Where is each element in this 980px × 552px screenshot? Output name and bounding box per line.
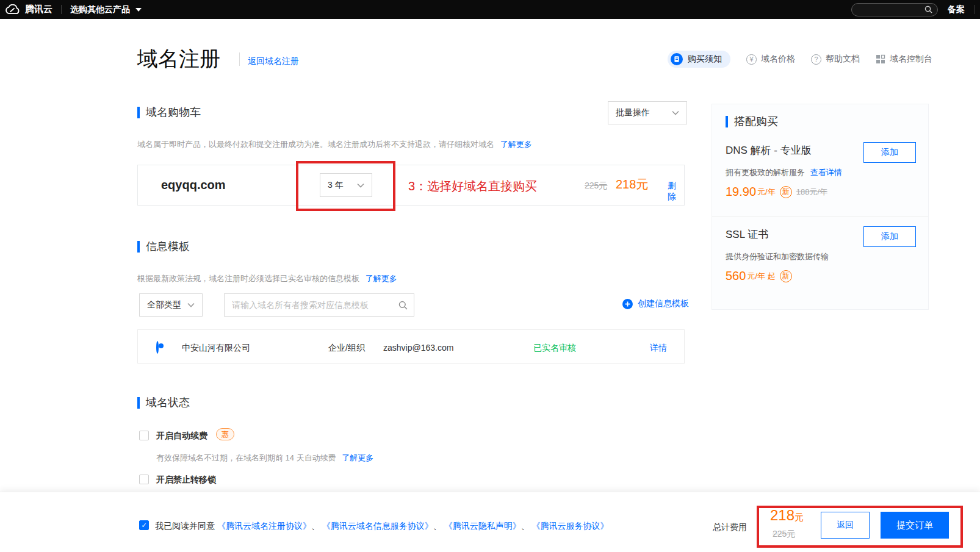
beian-link[interactable]: 备案 [948,4,965,15]
template-type-select[interactable]: 全部类型 [139,293,203,317]
tencent-cloud-logo[interactable]: 腾讯云 [5,4,52,15]
cloud-logo-icon [5,4,21,15]
other-products-menu[interactable]: 选购其他云产品 [70,4,142,15]
navbar-search-input[interactable] [851,3,938,16]
agree-checkbox[interactable]: ✓ [139,520,149,530]
template-type-value: 全部类型 [147,299,181,310]
new-badge: 新 [780,186,792,198]
template-detail-link[interactable]: 详情 [650,343,667,354]
cart-section-title: 域名购物车 [137,105,201,120]
create-template-label: 创建信息模板 [638,298,689,309]
divider [712,217,928,217]
purchase-notice-button[interactable]: 购买须知 [668,51,730,68]
dns-detail-link[interactable]: 查看详情 [810,168,842,177]
page-title: 域名注册 [137,45,220,73]
chevron-down-icon [187,303,195,307]
yuan-icon: ¥ [746,54,757,65]
agreement-link-service[interactable]: 《腾讯云服务协议》 [532,521,609,531]
help-docs-link[interactable]: ? 帮助文档 [811,54,860,65]
search-icon [924,5,932,13]
status-section-title: 域名状态 [137,395,190,410]
check-icon: ✓ [141,522,146,529]
ssl-price-value: 560 [726,269,746,283]
header-links: 购买须知 ¥ 域名价格 ? 帮助文档 域名控制台 [668,50,932,68]
auto-renew-desc: 有效保障域名不过期，在域名到期前 14 天自动续费 了解更多 [156,453,373,464]
chevron-down-icon [357,183,364,188]
purchase-notice-label: 购买须知 [688,54,722,65]
agreement-link-info-service[interactable]: 《腾讯云域名信息服务协议》 [322,521,433,531]
batch-action-label: 批量操作 [616,107,650,118]
auto-renew-checkbox[interactable] [139,431,149,440]
agreement-link-registration[interactable]: 《腾讯云域名注册协议》 [217,521,311,531]
template-section-title: 信息模板 [137,239,190,254]
original-price: 225元 [585,181,607,192]
new-badge: 新 [780,270,792,282]
chevron-down-icon [672,110,679,115]
years-value: 3 年 [328,180,344,191]
template-search-box [224,293,414,317]
status-section-label: 域名状态 [146,395,190,410]
dns-desc: 拥有更极致的解析服务 查看详情 [726,167,842,178]
brand-text: 腾讯云 [25,4,52,15]
ssl-product-name: SSL 证书 [726,228,768,242]
cart-section-label: 域名购物车 [146,105,201,120]
submit-order-button[interactable]: 提交订单 [881,512,949,539]
agreement-link-privacy[interactable]: 《腾讯云隐私声明》 [444,521,521,531]
bottom-bar: ✓ 我已阅读并同意 《腾讯云域名注册协议》、 《腾讯云域名信息服务协议》、 《腾… [0,492,980,552]
ssl-desc-text: 提供身份验证和加密数据传输 [726,252,829,261]
transfer-lock-checkbox[interactable] [139,475,149,484]
total-price-unit: 元 [794,512,804,522]
template-notice-more-link[interactable]: 了解更多 [366,274,397,283]
divider [61,5,62,14]
separator: 、 [311,521,320,531]
total-price-value: 218 [770,507,794,523]
document-icon [671,53,683,65]
section-accent-bar [726,116,728,127]
years-select[interactable]: 3 年 [320,173,372,197]
current-price: 218元 [616,176,648,193]
transfer-lock-label: 开启禁止转移锁 [156,475,216,486]
delete-domain-link[interactable]: 删除 [668,181,684,203]
back-to-registration-link[interactable]: 返回域名注册 [248,56,299,67]
dns-original-price: 188元/年 [796,187,827,198]
template-search-input[interactable] [231,299,398,310]
dns-product-name: DNS 解析 - 专业版 [726,143,812,157]
section-accent-bar [137,241,140,253]
bundle-section-label: 搭配购买 [734,114,778,129]
divider [975,5,975,14]
section-accent-bar [137,397,140,409]
template-notice: 根据最新政策法规，域名注册时必须选择已实名审核的信息模板 了解更多 [137,273,397,284]
auto-renew-desc-text: 有效保障域名不过期，在域名到期前 14 天自动续费 [156,453,336,462]
back-button[interactable]: 返回 [821,512,870,539]
total-cost-label: 总计费用 [713,522,747,533]
separator: 、 [521,521,530,531]
template-notice-text: 根据最新政策法规，域名注册时必须选择已实名审核的信息模板 [137,274,359,283]
search-icon[interactable] [398,301,408,310]
cart-notice-more-link[interactable]: 了解更多 [500,140,532,149]
batch-action-select[interactable]: 批量操作 [608,101,687,124]
template-radio-selected[interactable] [156,341,159,354]
ssl-add-button[interactable]: 添加 [863,226,916,247]
navbar-left: 腾讯云 选购其他云产品 [5,4,142,15]
auto-renew-more-link[interactable]: 了解更多 [342,453,373,462]
other-products-label: 选购其他云产品 [70,4,130,15]
agree-prefix: 我已阅读并同意 [155,521,215,531]
domain-price-link[interactable]: ¥ 域名价格 [746,54,795,65]
total-price: 218元 [770,507,804,524]
cart-domain-row: eqyqq.com 3 年 3：选择好域名直接购买 225元 218元 删除 [137,165,685,206]
annotation-step3-text: 3：选择好域名直接购买 [408,178,537,195]
template-row[interactable]: 中安山河有限公司 企业/组织 zashvip@163.com 已实名审核 详情 [137,329,685,364]
chevron-down-icon [135,8,142,12]
domain-console-link[interactable]: 域名控制台 [876,54,932,65]
dns-add-button[interactable]: 添加 [863,142,916,163]
ssl-price-row: 560 元/年 起 新 [726,269,792,283]
plus-icon [622,299,633,309]
navbar-right: 备案 [851,3,975,16]
create-template-link[interactable]: 创建信息模板 [622,298,689,309]
dns-desc-text: 拥有更极致的解析服务 [726,168,805,177]
domain-name: eqyqq.com [161,178,226,192]
auto-renew-label: 开启自动续费 [156,431,207,442]
dns-price-unit: 元/年 [757,187,776,198]
bundle-section-title: 搭配购买 [726,114,778,129]
ssl-desc: 提供身份验证和加密数据传输 [726,251,829,262]
